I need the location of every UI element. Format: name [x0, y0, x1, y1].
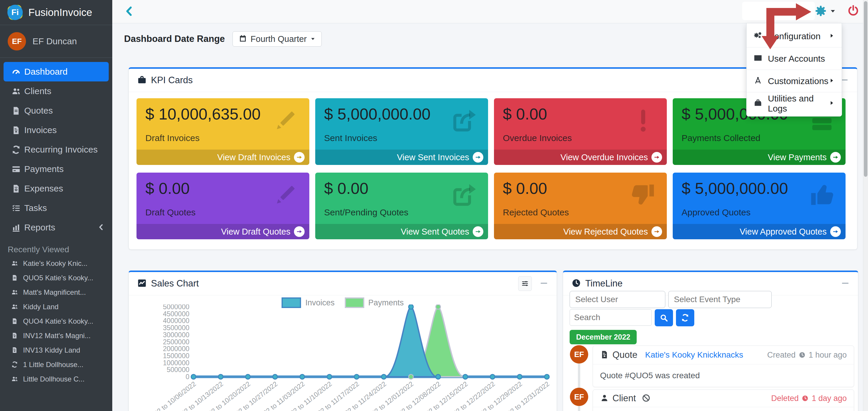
view-rejected-quotes-link[interactable]: View Rejected Quotes	[494, 224, 667, 239]
event-entity-link[interactable]: Katie's Kooky Knickknacks	[645, 350, 743, 359]
sidebar-collapse-button[interactable]	[123, 5, 135, 18]
kpi-label: Draft Invoices	[145, 133, 199, 143]
kpi-label: Sent Invoices	[324, 133, 377, 143]
sidebar-item-quotes[interactable]: Quotes	[4, 101, 109, 121]
view-sent-invoices-link[interactable]: View Sent Invoices	[315, 149, 488, 165]
date-range-label: Dashboard Date Range	[124, 34, 225, 44]
recent-item-recurring-dollhouse[interactable]: 1 Little Dollhouse...	[0, 357, 112, 372]
sidebar-item-expenses[interactable]: Expenses	[4, 179, 109, 198]
collapse-minus-icon[interactable]	[539, 278, 548, 288]
view-payments-link[interactable]: View Payments	[673, 149, 845, 165]
view-draft-quotes-link[interactable]: View Draft Quotes	[136, 224, 309, 239]
clock-icon	[799, 351, 806, 358]
file-icon	[11, 274, 23, 281]
recent-item-client-matts[interactable]: Matt's Magnificent...	[0, 285, 112, 300]
search-button[interactable]	[655, 309, 673, 326]
month-badge: December 2022	[569, 330, 637, 344]
recent-item-client-kiddy-land[interactable]: Kiddy Land	[0, 300, 112, 314]
chart-bar-icon	[8, 223, 24, 232]
recent-item-client-dollhouse[interactable]: Little Dollhouse C...	[0, 372, 112, 386]
view-overdue-invoices-link[interactable]: View Overdue Invoices	[494, 149, 667, 165]
logout-power-icon[interactable]	[847, 4, 859, 18]
timeline-event-client: Client Deleted 1 day ago	[593, 389, 854, 411]
recent-item-quo5[interactable]: QUO5 Katie's Kooky...	[0, 271, 112, 285]
kpi-amount: $ 0.00	[324, 179, 368, 197]
date-range-dropdown[interactable]: Fourth Quarter	[232, 31, 322, 46]
brand[interactable]: Fi FusionInvoice	[0, 0, 112, 25]
users-icon	[8, 87, 24, 96]
kpi-card-approved-quotes: $ 5,000,000.00 Approved Quotes View Appr…	[673, 173, 845, 239]
pencil-icon	[272, 180, 299, 211]
submenu-chevron-right-icon	[829, 78, 835, 84]
recently-viewed-heading: Recently Viewed	[0, 237, 112, 256]
settings-gear-icon[interactable]	[815, 5, 827, 18]
svg-text:0: 0	[186, 373, 189, 381]
select-user-input[interactable]	[569, 291, 665, 308]
sidebar-item-invoices[interactable]: Invoices	[4, 121, 109, 140]
id-card-icon	[754, 54, 768, 63]
scrollbar-thumb[interactable]	[864, 1, 867, 177]
sidebar-nav: Dashboard Clients Quotes Invoices Recurr…	[0, 58, 112, 237]
file-icon	[11, 318, 23, 324]
view-draft-invoices-link[interactable]: View Draft Invoices	[136, 149, 309, 165]
timeline-title: TimeLine	[585, 278, 622, 289]
kpi-panel-title: KPI Cards	[151, 75, 193, 85]
recent-item-inv13[interactable]: INV13 Kiddy Land	[0, 343, 112, 357]
svg-text:2000000: 2000000	[163, 345, 189, 352]
file-invoice-icon	[11, 347, 23, 353]
kpi-label: Payments Collected	[682, 133, 761, 143]
menu-item-customizations[interactable]: Customizations	[747, 70, 842, 92]
sales-line-chart: 0500000100000015000002000000250000030000…	[129, 305, 557, 411]
svg-text:4000000: 4000000	[163, 317, 189, 324]
sidebar-item-dashboard[interactable]: Dashboard	[4, 62, 109, 81]
search-icon	[660, 314, 668, 322]
sidebar-item-payments[interactable]: Payments	[4, 159, 109, 179]
user-avatar: EF	[8, 32, 26, 50]
recent-item-quo4[interactable]: QUO4 Katie's Kooky...	[0, 314, 112, 329]
kpi-card-sent-invoices: $ 5,000,000.00 Sent Invoices View Sent I…	[315, 98, 488, 165]
sidebar-item-clients[interactable]: Clients	[4, 81, 109, 101]
clock-icon	[802, 395, 809, 402]
sync-icon	[681, 314, 689, 322]
svg-text:1500000: 1500000	[163, 352, 189, 359]
search-input[interactable]	[569, 309, 652, 326]
users-icon	[11, 376, 23, 382]
event-status: Created	[767, 350, 796, 359]
sales-chart-panel: Sales Chart Invoices Payments 0500000100…	[128, 271, 557, 411]
refresh-button[interactable]	[676, 309, 694, 326]
share-icon	[451, 106, 478, 137]
users-icon	[11, 303, 23, 310]
sidebar-item-recurring-invoices[interactable]: Recurring Invoices	[4, 140, 109, 159]
arrow-circle-right-icon	[294, 226, 305, 237]
timeline-panel: TimeLine December 2022 EF Quote Katie's …	[563, 271, 858, 411]
select-event-type-input[interactable]	[668, 291, 772, 308]
file-invoice-dollar-icon	[8, 184, 24, 193]
view-approved-quotes-link[interactable]: View Approved Quotes	[673, 224, 845, 239]
view-sent-quotes-link[interactable]: View Sent Quotes	[315, 224, 488, 239]
menu-item-utilities-and-logs[interactable]: Utilities and Logs	[747, 92, 842, 114]
kpi-card-rejected-quotes: $ 0.00 Rejected Quotes View Rejected Quo…	[494, 173, 667, 239]
fusioninvoice-app: Fi FusionInvoice EF EF Duncan Dashboard …	[0, 0, 868, 411]
recent-item-inv12[interactable]: INV12 Matt's Magni...	[0, 329, 112, 343]
sidebar-item-tasks[interactable]: Tasks	[4, 198, 109, 218]
sales-chart-header: Sales Chart	[129, 272, 557, 295]
kpi-amount: $ 0.00	[503, 179, 547, 197]
brand-title: FusionInvoice	[28, 6, 92, 18]
arrow-circle-right-icon	[830, 152, 841, 163]
menu-item-user-accounts[interactable]: User Accounts	[747, 47, 842, 70]
chart-line-icon	[137, 278, 147, 289]
pencil-icon	[272, 106, 299, 137]
kpi-card-sent-pending-quotes: $ 0.00 Sent/Pending Quotes View Sent Quo…	[315, 173, 488, 239]
user-panel[interactable]: EF EF Duncan	[0, 25, 112, 58]
sidebar-item-reports[interactable]: Reports	[4, 218, 109, 237]
user-icon	[600, 393, 609, 403]
kpi-amount: $ 10,000,635.00	[145, 105, 260, 123]
collapse-minus-icon[interactable]	[841, 278, 850, 288]
menu-item-configuration[interactable]: Configuration	[747, 25, 842, 47]
kpi-amount: $ 5,000,000.00	[324, 105, 430, 123]
timeline-search-row	[569, 309, 694, 326]
recent-item-client-katies[interactable]: Katie's Kooky Knic...	[0, 256, 112, 271]
settings-caret-down-icon[interactable]	[830, 8, 836, 15]
kpi-label: Rejected Quotes	[503, 207, 569, 217]
chart-options-button[interactable]	[518, 276, 532, 291]
